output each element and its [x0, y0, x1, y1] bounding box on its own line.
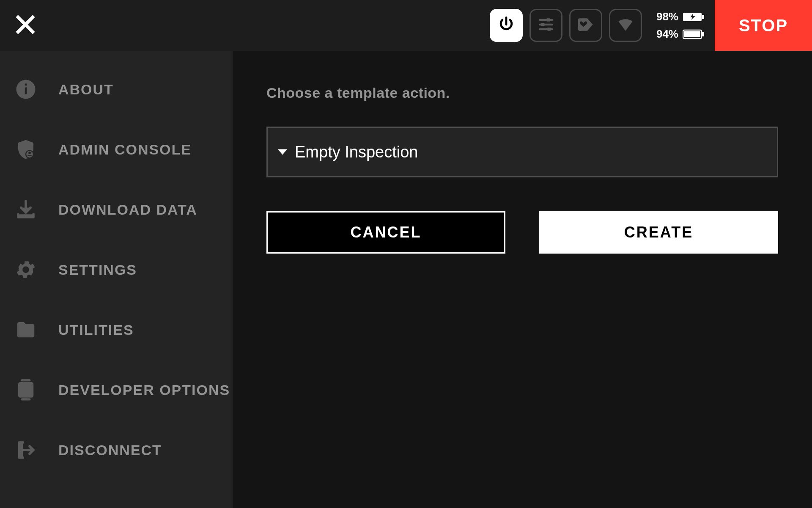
battery-status: 98% 94%: [656, 10, 705, 41]
sidebar-item-label: ABOUT: [58, 81, 114, 98]
main-content: Choose a template action. Empty Inspecti…: [233, 51, 812, 508]
battery-charging-icon: [683, 11, 705, 22]
sidebar-item-label: UTILITIES: [58, 322, 134, 338]
svg-rect-16: [25, 88, 27, 94]
caret-down-icon: [278, 149, 287, 155]
svg-rect-10: [702, 15, 704, 19]
svg-rect-13: [684, 31, 700, 37]
tune-button[interactable]: [529, 9, 562, 42]
info-icon: [13, 76, 39, 102]
tune-icon: [537, 15, 555, 36]
top-bar: 98% 94% STOP: [0, 0, 812, 51]
battery-bottom-value: 94%: [656, 28, 678, 41]
battery-top-value: 98%: [656, 10, 678, 23]
prompt-text: Choose a template action.: [266, 85, 778, 101]
power-icon: [497, 15, 516, 36]
create-label: CREATE: [624, 224, 693, 241]
svg-rect-7: [548, 28, 551, 30]
svg-rect-6: [541, 23, 544, 26]
logout-icon: [13, 437, 39, 463]
svg-marker-21: [278, 149, 287, 155]
sidebar-item-disconnect[interactable]: DISCONNECT: [0, 420, 233, 480]
dropdown-value: Empty Inspection: [295, 143, 418, 161]
sidebar-item-utilities[interactable]: UTILITIES: [0, 300, 233, 360]
sidebar-item-label: DEVELOPER OPTIONS: [58, 382, 230, 398]
svg-rect-14: [702, 32, 704, 36]
stop-button[interactable]: STOP: [715, 0, 812, 51]
cancel-label: CANCEL: [351, 224, 422, 241]
download-icon: [13, 196, 39, 223]
svg-rect-17: [25, 84, 27, 86]
sidebar: ABOUT ADMIN CONSOLE DOWNLOAD DATA SETTIN…: [0, 51, 233, 508]
sidebar-item-settings[interactable]: SETTINGS: [0, 240, 233, 300]
svg-rect-5: [547, 18, 550, 21]
topbar-icon-group: [490, 9, 642, 42]
wifi-icon: [616, 15, 635, 36]
developer-icon: [13, 377, 39, 403]
power-button[interactable]: [490, 9, 523, 42]
heart-tag-icon: [576, 15, 595, 36]
sidebar-item-about[interactable]: ABOUT: [0, 59, 233, 119]
sidebar-item-download-data[interactable]: DOWNLOAD DATA: [0, 179, 233, 240]
loyalty-button[interactable]: [569, 9, 602, 42]
cancel-button[interactable]: CANCEL: [266, 211, 505, 254]
sidebar-item-label: ADMIN CONSOLE: [58, 141, 192, 158]
template-dropdown[interactable]: Empty Inspection: [266, 127, 778, 177]
close-button[interactable]: [0, 0, 51, 51]
create-button[interactable]: CREATE: [539, 211, 778, 254]
sidebar-item-label: SETTINGS: [58, 262, 137, 278]
battery-icon: [683, 29, 705, 40]
wifi-button[interactable]: [609, 9, 642, 42]
close-icon: [13, 12, 38, 39]
stop-label: STOP: [739, 16, 788, 35]
sidebar-item-label: DOWNLOAD DATA: [58, 202, 198, 218]
sidebar-item-label: DISCONNECT: [58, 442, 162, 458]
sidebar-item-developer-options[interactable]: DEVELOPER OPTIONS: [0, 360, 233, 420]
shield-admin-icon: [13, 136, 39, 163]
button-row: CANCEL CREATE: [266, 211, 778, 254]
svg-point-8: [579, 28, 582, 31]
folder-icon: [13, 317, 39, 343]
svg-point-19: [28, 152, 31, 154]
gear-icon: [13, 257, 39, 283]
sidebar-item-admin-console[interactable]: ADMIN CONSOLE: [0, 119, 233, 179]
